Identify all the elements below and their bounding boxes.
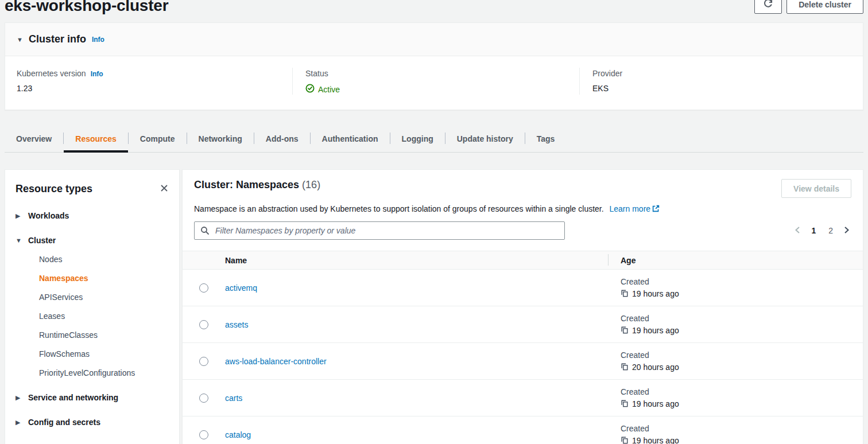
cluster-info-info-link[interactable]: Info <box>92 36 104 44</box>
name-column-header: Name <box>225 256 608 265</box>
table-row: catalog Created 19 hours ago <box>183 416 863 444</box>
tab-add-ons[interactable]: Add-ons <box>254 127 310 152</box>
provider-value: EKS <box>592 84 851 93</box>
pagination-page-1[interactable]: 1 <box>808 224 819 237</box>
tab-logging[interactable]: Logging <box>390 127 445 152</box>
cluster-info-body: Kubernetes version Info 1.23 Status Acti… <box>5 56 863 110</box>
table-header-row: Name Age <box>183 251 863 270</box>
table-row: assets Created 19 hours ago <box>183 306 863 343</box>
cluster-info-header[interactable]: ▼ Cluster info Info <box>5 23 863 56</box>
tab-networking[interactable]: Networking <box>187 127 254 152</box>
tab-tags[interactable]: Tags <box>525 127 567 152</box>
namespaces-title: Cluster: Namespaces (16) <box>194 179 320 191</box>
tab-update-history[interactable]: Update history <box>445 127 525 152</box>
close-icon <box>160 184 169 194</box>
caret-down-icon: ▼ <box>17 36 23 43</box>
created-label: Created <box>621 277 863 286</box>
copy-icon[interactable] <box>621 399 629 409</box>
caret-right-icon: ▶ <box>16 394 21 402</box>
tab-authentication[interactable]: Authentication <box>311 127 390 152</box>
namespaces-description: Namespace is an abstraction used by Kube… <box>194 204 851 214</box>
cluster-group-items: Nodes Namespaces APIServices Leases Runt… <box>39 255 170 377</box>
tab-resources[interactable]: Resources <box>64 127 128 152</box>
chevron-right-icon <box>843 226 850 236</box>
pagination-prev-button[interactable] <box>793 224 802 238</box>
pagination-page-2[interactable]: 2 <box>825 224 836 237</box>
sidebar-group-cluster[interactable]: ▼ Cluster <box>16 236 170 245</box>
namespace-link[interactable]: aws-load-balancer-controller <box>225 357 327 366</box>
table-row: carts Created 19 hours ago <box>183 380 863 416</box>
sidebar-item-nodes[interactable]: Nodes <box>39 255 170 264</box>
age-value: 19 hours ago <box>632 436 679 444</box>
row-radio[interactable] <box>199 283 208 293</box>
resource-types-panel: Resource types ▶ Workloads ▼ Cluster <box>5 169 180 444</box>
column-divider <box>608 254 609 266</box>
row-radio[interactable] <box>199 394 208 403</box>
copy-icon[interactable] <box>621 326 629 336</box>
external-link-icon <box>652 205 660 214</box>
page-header: eks-workshop-cluster Delete cluster <box>5 0 863 15</box>
caret-right-icon: ▶ <box>16 419 21 426</box>
namespace-link[interactable]: carts <box>225 394 242 403</box>
created-label: Created <box>621 314 863 323</box>
sidebar-item-prioritylevelconfigurations[interactable]: PriorityLevelConfigurations <box>39 368 170 377</box>
namespace-link[interactable]: catalog <box>225 430 251 439</box>
caret-right-icon: ▶ <box>16 212 21 220</box>
kubernetes-version-field: Kubernetes version Info 1.23 <box>5 68 292 95</box>
tabs-bar: Overview Resources Compute Networking Ad… <box>5 127 863 153</box>
chevron-left-icon <box>794 226 801 236</box>
sidebar-item-runtimeclasses[interactable]: RuntimeClasses <box>39 330 170 340</box>
header-actions: Delete cluster <box>754 0 863 14</box>
age-value: 20 hours ago <box>632 363 679 372</box>
caret-down-icon: ▼ <box>16 237 21 244</box>
filter-namespaces-input[interactable] <box>194 221 565 240</box>
age-value: 19 hours ago <box>632 326 679 335</box>
search-icon <box>200 226 210 237</box>
copy-icon[interactable] <box>621 436 629 444</box>
namespace-link[interactable]: assets <box>225 320 248 329</box>
status-field: Status Active <box>292 68 579 95</box>
field-label: Kubernetes version Info <box>17 69 281 78</box>
tab-compute[interactable]: Compute <box>129 127 187 152</box>
status-value: Active <box>305 84 568 95</box>
delete-cluster-button[interactable]: Delete cluster <box>786 0 863 14</box>
table-row: aws-load-balancer-controller Created 20 … <box>183 343 863 380</box>
field-label: Provider <box>592 69 851 78</box>
sidebar-item-flowschemas[interactable]: FlowSchemas <box>39 349 170 359</box>
pagination: 1 2 <box>793 224 851 238</box>
view-details-button[interactable]: View details <box>781 179 851 198</box>
tab-overview[interactable]: Overview <box>5 127 63 152</box>
page: eks-workshop-cluster Delete cluster ▼ Cl… <box>0 0 868 444</box>
row-radio[interactable] <box>199 430 208 439</box>
provider-field: Provider EKS <box>579 68 863 95</box>
namespaces-count: (16) <box>302 179 320 190</box>
pagination-next-button[interactable] <box>842 224 851 238</box>
created-label: Created <box>621 350 863 360</box>
kubernetes-version-info-link[interactable]: Info <box>91 70 103 78</box>
field-label: Status <box>305 69 568 78</box>
refresh-button[interactable] <box>754 0 782 14</box>
learn-more-link[interactable]: Learn more <box>610 204 660 213</box>
namespace-link[interactable]: activemq <box>225 283 257 293</box>
page-title: eks-workshop-cluster <box>5 0 168 15</box>
copy-icon[interactable] <box>621 363 629 372</box>
resource-types-title: Resource types <box>16 183 92 195</box>
age-column-header: Age <box>608 256 863 265</box>
cluster-info-card: ▼ Cluster info Info Kubernetes version I… <box>5 22 863 110</box>
row-radio[interactable] <box>199 320 208 329</box>
row-radio[interactable] <box>199 357 208 366</box>
kubernetes-version-value: 1.23 <box>17 84 281 93</box>
sidebar-group-config-and-secrets[interactable]: ▶ Config and secrets <box>16 418 170 427</box>
sidebar-item-namespaces[interactable]: Namespaces <box>39 274 170 283</box>
created-label: Created <box>621 387 863 396</box>
copy-icon[interactable] <box>621 289 629 299</box>
age-value: 19 hours ago <box>632 399 679 408</box>
resource-types-header: Resource types <box>16 182 170 196</box>
sidebar-item-leases[interactable]: Leases <box>39 311 170 321</box>
sidebar-group-service-and-networking[interactable]: ▶ Service and networking <box>16 393 170 402</box>
table-controls: 1 2 <box>194 221 851 240</box>
sidebar-item-apiservices[interactable]: APIServices <box>39 293 170 302</box>
age-value: 19 hours ago <box>632 289 679 298</box>
sidebar-group-workloads[interactable]: ▶ Workloads <box>16 211 170 220</box>
close-panel-button[interactable] <box>158 182 170 196</box>
